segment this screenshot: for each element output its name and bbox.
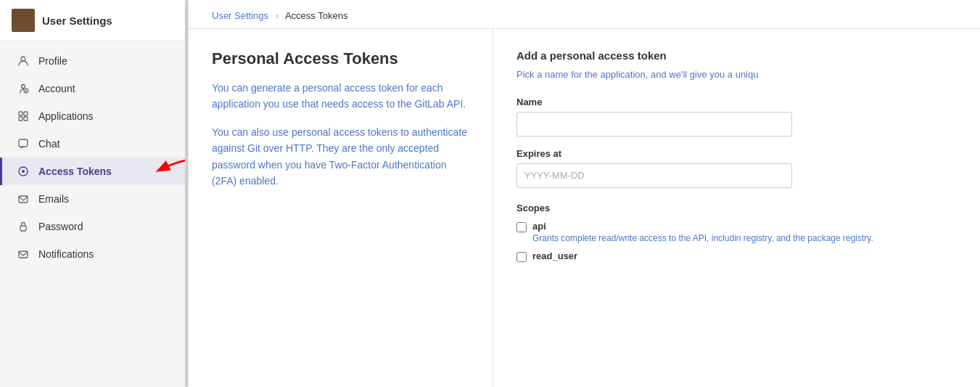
chat-icon bbox=[17, 137, 30, 150]
sidebar-scrollbar[interactable] bbox=[185, 0, 188, 387]
sidebar-header: User Settings bbox=[0, 0, 188, 41]
main-content: User Settings › Access Tokens Personal A… bbox=[189, 0, 980, 387]
profile-icon bbox=[17, 54, 30, 68]
sidebar-item-notifications[interactable]: Notifications bbox=[0, 240, 188, 268]
sidebar-item-profile-label: Profile bbox=[38, 55, 67, 67]
sidebar-item-notifications-label: Notifications bbox=[38, 248, 94, 260]
name-label: Name bbox=[516, 97, 957, 107]
sidebar-title: User Settings bbox=[42, 15, 112, 27]
sidebar-item-account-label: Account bbox=[38, 83, 75, 94]
sidebar-item-password[interactable]: Password bbox=[0, 213, 188, 240]
description-1: You can generate a personal access token… bbox=[212, 80, 469, 113]
scope-checkbox-read-user[interactable] bbox=[516, 252, 527, 262]
scope-details-read-user: read_user bbox=[532, 250, 577, 261]
sidebar-item-emails-label: Emails bbox=[38, 193, 69, 205]
svg-rect-5 bbox=[19, 117, 22, 121]
svg-rect-11 bbox=[20, 226, 26, 231]
svg-rect-6 bbox=[24, 117, 28, 121]
page-title: Personal Access Tokens bbox=[212, 49, 469, 68]
breadcrumb: User Settings › Access Tokens bbox=[189, 0, 980, 29]
scope-checkbox-api[interactable] bbox=[516, 222, 527, 232]
sidebar-item-emails[interactable]: Emails bbox=[0, 185, 188, 213]
name-input[interactable] bbox=[516, 112, 792, 137]
sidebar-item-applications[interactable]: Applications bbox=[0, 102, 188, 130]
expires-input[interactable] bbox=[516, 163, 792, 188]
description-2: You can also use personal access tokens … bbox=[212, 124, 469, 190]
form-subtitle: Pick a name for the application, and we'… bbox=[516, 68, 957, 82]
svg-rect-4 bbox=[24, 112, 28, 115]
sidebar-item-applications-label: Applications bbox=[38, 110, 94, 122]
svg-point-9 bbox=[22, 170, 25, 173]
left-panel: Personal Access Tokens You can generate … bbox=[189, 29, 493, 387]
sidebar-item-account[interactable]: Account bbox=[0, 75, 188, 102]
scope-name-api: api bbox=[532, 221, 873, 232]
sidebar: User Settings Profile Account Applicatio… bbox=[0, 0, 189, 387]
scope-name-read-user: read_user bbox=[532, 250, 577, 261]
access-tokens-icon bbox=[17, 165, 30, 178]
breadcrumb-separator: › bbox=[276, 10, 279, 21]
scope-item-read-user: read_user bbox=[516, 250, 957, 262]
emails-icon bbox=[17, 192, 30, 205]
sidebar-item-password-label: Password bbox=[38, 221, 83, 232]
sidebar-item-access-tokens-label: Access Tokens bbox=[38, 166, 112, 177]
svg-point-1 bbox=[22, 85, 25, 89]
expires-label: Expires at bbox=[516, 148, 957, 159]
sidebar-item-access-tokens[interactable]: Access Tokens bbox=[0, 158, 188, 185]
svg-rect-12 bbox=[19, 251, 28, 258]
breadcrumb-current: Access Tokens bbox=[285, 10, 347, 21]
svg-rect-3 bbox=[19, 112, 22, 115]
sidebar-nav: Profile Account Applications Chat bbox=[0, 41, 188, 387]
sidebar-item-chat[interactable]: Chat bbox=[0, 130, 188, 158]
svg-point-0 bbox=[21, 57, 25, 61]
right-panel: Add a personal access token Pick a name … bbox=[493, 29, 980, 387]
account-icon bbox=[17, 82, 30, 95]
password-icon bbox=[17, 220, 30, 233]
scope-details-api: api Grants complete read/write access to… bbox=[532, 221, 873, 245]
breadcrumb-parent-link[interactable]: User Settings bbox=[212, 10, 268, 21]
avatar bbox=[12, 9, 35, 32]
svg-rect-7 bbox=[19, 139, 28, 147]
scope-desc-api: Grants complete read/write access to the… bbox=[532, 233, 873, 243]
form-section-title: Add a personal access token bbox=[516, 49, 957, 62]
svg-rect-10 bbox=[19, 196, 28, 203]
scope-item-api: api Grants complete read/write access to… bbox=[516, 221, 957, 245]
sidebar-item-chat-label: Chat bbox=[38, 138, 60, 150]
sidebar-item-profile[interactable]: Profile bbox=[0, 47, 188, 75]
annotation-arrow bbox=[137, 152, 188, 191]
notifications-icon bbox=[17, 248, 30, 261]
content-area: Personal Access Tokens You can generate … bbox=[189, 29, 980, 387]
applications-icon bbox=[17, 110, 30, 123]
scopes-title: Scopes bbox=[516, 203, 957, 213]
